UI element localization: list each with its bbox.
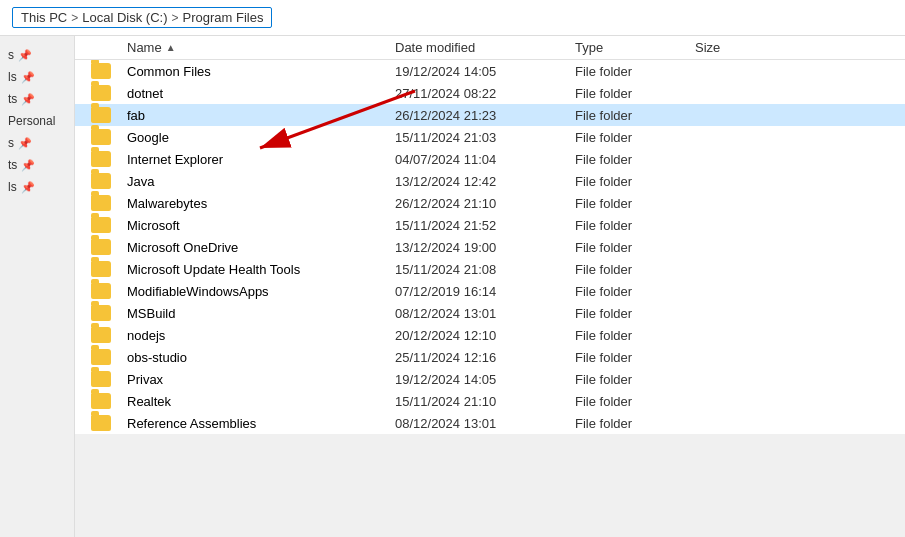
file-icon-cell: [75, 107, 127, 123]
table-row[interactable]: nodejs 20/12/2024 12:10 File folder: [75, 324, 905, 346]
table-row[interactable]: fab 26/12/2024 21:23 File folder: [75, 104, 905, 126]
file-type: File folder: [575, 284, 695, 299]
sidebar-item-personal[interactable]: Personal: [0, 110, 74, 132]
title-bar: This PC > Local Disk (C:) > Program File…: [0, 0, 905, 36]
col-header-type[interactable]: Type: [575, 40, 695, 55]
folder-icon: [91, 195, 111, 211]
file-icon-cell: [75, 85, 127, 101]
file-type: File folder: [575, 86, 695, 101]
file-date: 15/11/2024 21:03: [395, 130, 575, 145]
col-header-size[interactable]: Size: [695, 40, 775, 55]
file-date: 19/12/2024 14:05: [395, 372, 575, 387]
file-icon-cell: [75, 393, 127, 409]
folder-icon: [91, 371, 111, 387]
table-row[interactable]: Microsoft OneDrive 13/12/2024 19:00 File…: [75, 236, 905, 258]
file-type: File folder: [575, 350, 695, 365]
file-date: 15/11/2024 21:08: [395, 262, 575, 277]
file-icon-cell: [75, 217, 127, 233]
file-type: File folder: [575, 64, 695, 79]
table-row[interactable]: Google 15/11/2024 21:03 File folder: [75, 126, 905, 148]
breadcrumb[interactable]: This PC > Local Disk (C:) > Program File…: [12, 7, 272, 28]
file-date: 26/12/2024 21:10: [395, 196, 575, 211]
file-icon-cell: [75, 239, 127, 255]
file-type: File folder: [575, 394, 695, 409]
breadcrumb-sep-2: >: [172, 11, 179, 25]
file-date: 19/12/2024 14:05: [395, 64, 575, 79]
file-icon-cell: [75, 349, 127, 365]
table-row[interactable]: ModifiableWindowsApps 07/12/2019 16:14 F…: [75, 280, 905, 302]
table-row[interactable]: Java 13/12/2024 12:42 File folder: [75, 170, 905, 192]
table-row[interactable]: MSBuild 08/12/2024 13:01 File folder: [75, 302, 905, 324]
sidebar-item-s2[interactable]: s 📌: [0, 132, 74, 154]
file-name: obs-studio: [127, 350, 395, 365]
sidebar: s 📌 ls 📌 ts 📌 Personal s 📌 ts 📌 ls 📌: [0, 36, 75, 537]
sidebar-item-ts2[interactable]: ts 📌: [0, 154, 74, 176]
file-area[interactable]: Name ▲ Date modified Type Size Common Fi…: [75, 36, 905, 434]
sidebar-label: ts: [8, 92, 17, 106]
sidebar-label: Personal: [8, 114, 55, 128]
folder-icon: [91, 349, 111, 365]
file-name: Reference Assemblies: [127, 416, 395, 431]
table-row[interactable]: Privax 19/12/2024 14:05 File folder: [75, 368, 905, 390]
file-name: ModifiableWindowsApps: [127, 284, 395, 299]
column-headers: Name ▲ Date modified Type Size: [75, 36, 905, 60]
pin-icon: 📌: [21, 93, 35, 106]
file-date: 27/11/2024 08:22: [395, 86, 575, 101]
pin-icon: 📌: [18, 137, 32, 150]
sidebar-item-ls2[interactable]: ls 📌: [0, 176, 74, 198]
table-row[interactable]: Malwarebytes 26/12/2024 21:10 File folde…: [75, 192, 905, 214]
file-type: File folder: [575, 416, 695, 431]
breadcrumb-programfiles[interactable]: Program Files: [183, 10, 264, 25]
folder-icon: [91, 327, 111, 343]
file-list: Common Files 19/12/2024 14:05 File folde…: [75, 60, 905, 434]
file-icon-cell: [75, 129, 127, 145]
file-icon-cell: [75, 63, 127, 79]
folder-icon: [91, 217, 111, 233]
folder-icon: [91, 173, 111, 189]
pin-icon: 📌: [18, 49, 32, 62]
file-date: 04/07/2024 11:04: [395, 152, 575, 167]
table-row[interactable]: Common Files 19/12/2024 14:05 File folde…: [75, 60, 905, 82]
table-row[interactable]: Internet Explorer 04/07/2024 11:04 File …: [75, 148, 905, 170]
file-type: File folder: [575, 130, 695, 145]
file-type: File folder: [575, 152, 695, 167]
sidebar-item-ts[interactable]: ts 📌: [0, 88, 74, 110]
file-icon-cell: [75, 283, 127, 299]
folder-icon: [91, 283, 111, 299]
file-name: fab: [127, 108, 395, 123]
col-header-date[interactable]: Date modified: [395, 40, 575, 55]
file-name: Java: [127, 174, 395, 189]
table-row[interactable]: Reference Assemblies 08/12/2024 13:01 Fi…: [75, 412, 905, 434]
table-row[interactable]: Realtek 15/11/2024 21:10 File folder: [75, 390, 905, 412]
sidebar-label: s: [8, 48, 14, 62]
pin-icon: 📌: [21, 159, 35, 172]
file-name: Internet Explorer: [127, 152, 395, 167]
file-name: Microsoft: [127, 218, 395, 233]
table-row[interactable]: obs-studio 25/11/2024 12:16 File folder: [75, 346, 905, 368]
breadcrumb-localdisk[interactable]: Local Disk (C:): [82, 10, 167, 25]
file-name: Microsoft Update Health Tools: [127, 262, 395, 277]
file-area-wrapper: Name ▲ Date modified Type Size Common Fi…: [75, 36, 905, 537]
file-name: Common Files: [127, 64, 395, 79]
file-icon-cell: [75, 371, 127, 387]
file-date: 13/12/2024 19:00: [395, 240, 575, 255]
table-row[interactable]: dotnet 27/11/2024 08:22 File folder: [75, 82, 905, 104]
file-type: File folder: [575, 372, 695, 387]
file-type: File folder: [575, 306, 695, 321]
folder-icon: [91, 85, 111, 101]
table-row[interactable]: Microsoft Update Health Tools 15/11/2024…: [75, 258, 905, 280]
sidebar-item-ls[interactable]: ls 📌: [0, 66, 74, 88]
sidebar-item-s[interactable]: s 📌: [0, 44, 74, 66]
file-date: 20/12/2024 12:10: [395, 328, 575, 343]
main-content: s 📌 ls 📌 ts 📌 Personal s 📌 ts 📌 ls 📌: [0, 36, 905, 537]
file-name: Privax: [127, 372, 395, 387]
file-name: Microsoft OneDrive: [127, 240, 395, 255]
file-icon-cell: [75, 327, 127, 343]
folder-icon: [91, 151, 111, 167]
table-row[interactable]: Microsoft 15/11/2024 21:52 File folder: [75, 214, 905, 236]
breadcrumb-thispc[interactable]: This PC: [21, 10, 67, 25]
col-header-name[interactable]: Name ▲: [75, 40, 395, 55]
file-type: File folder: [575, 218, 695, 233]
file-type: File folder: [575, 174, 695, 189]
file-date: 15/11/2024 21:10: [395, 394, 575, 409]
